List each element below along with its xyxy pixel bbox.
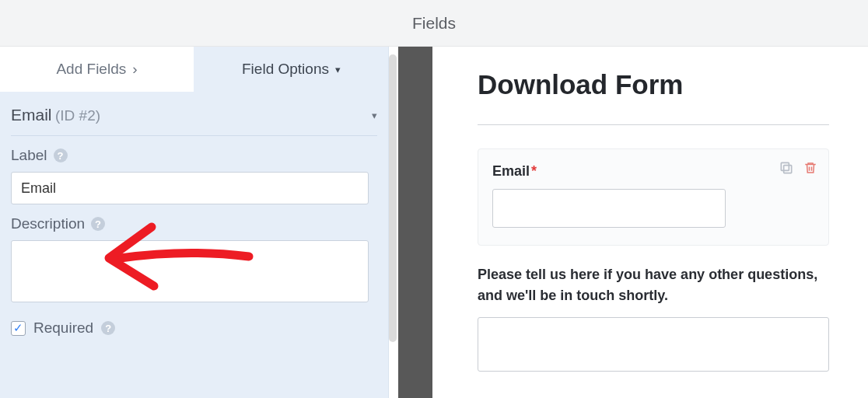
preview-email-field[interactable]: Email* <box>478 148 829 246</box>
title-divider <box>478 124 829 125</box>
label-input[interactable] <box>11 172 369 204</box>
description-label: Description <box>11 215 85 232</box>
tab-field-options-label: Field Options <box>242 61 329 78</box>
required-row[interactable]: ✓ Required ? <box>0 305 388 337</box>
required-asterisk: * <box>531 163 537 179</box>
required-label: Required <box>33 319 93 337</box>
svg-rect-1 <box>781 162 789 170</box>
label-label: Label <box>11 147 47 164</box>
help-icon[interactable]: ? <box>54 148 68 162</box>
sidebar-panel: Add Fields › Field Options ▾ Email (ID #… <box>0 47 389 398</box>
chevron-down-icon: ▾ <box>335 64 341 75</box>
preview-question-textarea[interactable] <box>478 317 829 372</box>
tab-add-fields-label: Add Fields <box>56 61 126 78</box>
required-checkbox[interactable]: ✓ <box>11 321 26 336</box>
top-bar: Fields <box>0 0 868 47</box>
main-area: Add Fields › Field Options ▾ Email (ID #… <box>0 47 868 398</box>
form-preview: Download Form Email* Please tell us here… <box>432 47 868 398</box>
description-group: Description ? <box>0 204 388 305</box>
preview-email-label: Email <box>492 163 530 179</box>
help-icon[interactable]: ? <box>101 321 115 335</box>
tab-field-options[interactable]: Field Options ▾ <box>194 47 388 92</box>
scrollbar[interactable] <box>389 54 397 342</box>
trash-icon[interactable] <box>803 160 817 179</box>
sidebar-tabs: Add Fields › Field Options ▾ <box>0 47 388 92</box>
field-actions <box>779 160 817 179</box>
tab-add-fields[interactable]: Add Fields › <box>0 47 194 92</box>
description-input[interactable] <box>11 240 369 302</box>
form-title: Download Form <box>478 68 829 101</box>
field-header[interactable]: Email (ID #2) ▾ <box>11 92 377 136</box>
checkmark-icon: ✓ <box>13 321 23 335</box>
field-id: (ID #2) <box>55 107 100 124</box>
top-bar-title: Fields <box>412 14 456 33</box>
svg-rect-0 <box>784 166 792 173</box>
preview-email-input[interactable] <box>492 189 726 228</box>
duplicate-icon[interactable] <box>779 160 794 179</box>
help-icon[interactable]: ? <box>91 217 105 231</box>
chevron-right-icon: › <box>132 61 137 78</box>
preview-question-label: Please tell us here if you have any othe… <box>478 264 829 306</box>
field-name: Email <box>11 106 52 124</box>
label-group: Label ? <box>0 136 388 204</box>
chevron-down-icon: ▾ <box>372 110 377 121</box>
